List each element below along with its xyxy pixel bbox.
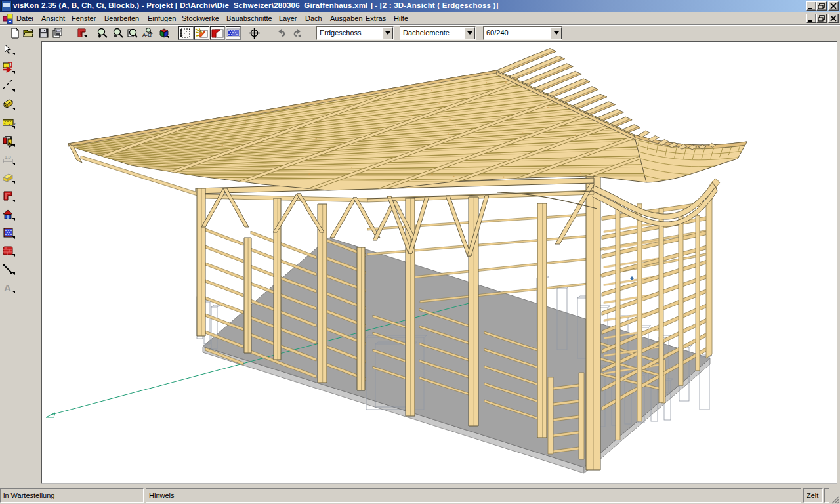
svg-text:A-Ω: A-Ω bbox=[142, 32, 152, 38]
svg-text:1 2 3: 1 2 3 bbox=[4, 122, 16, 127]
svg-text:1.0: 1.0 bbox=[5, 155, 11, 159]
svg-text:A: A bbox=[4, 282, 11, 293]
